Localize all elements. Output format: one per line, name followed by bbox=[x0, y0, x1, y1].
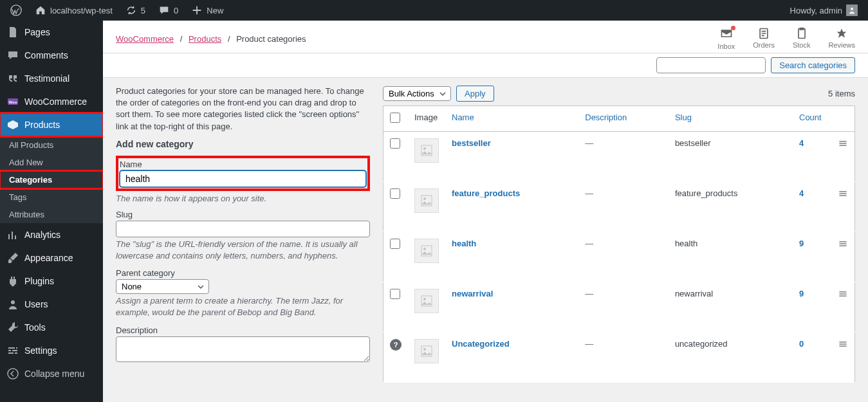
collapse-menu[interactable]: Collapse menu bbox=[0, 362, 103, 385]
col-description[interactable]: Description bbox=[578, 106, 669, 132]
table-row: newarrival—newarrival9 bbox=[383, 282, 855, 333]
category-name-link[interactable]: bestseller bbox=[452, 138, 491, 148]
category-name-link[interactable]: newarrival bbox=[452, 289, 493, 298]
products-submenu: All Products Add New Categories Tags Att… bbox=[0, 136, 103, 223]
updates[interactable]: 5 bbox=[120, 0, 151, 21]
sidebar-item-users[interactable]: Users bbox=[0, 293, 103, 316]
category-count-link[interactable]: 9 bbox=[799, 289, 804, 298]
name-input[interactable] bbox=[120, 170, 366, 187]
help-icon[interactable]: ? bbox=[390, 339, 402, 351]
breadcrumb-products[interactable]: Products bbox=[189, 34, 221, 44]
sidebar-item-appearance[interactable]: Appearance bbox=[0, 246, 103, 270]
slug-input[interactable] bbox=[116, 221, 370, 237]
sidebar-item-testimonial[interactable]: Testimonial bbox=[0, 67, 103, 90]
howdy-text: Howdy, admin bbox=[790, 6, 842, 15]
svg-rect-11 bbox=[839, 141, 846, 142]
parent-select[interactable]: None bbox=[116, 279, 209, 294]
subitem-add-new[interactable]: Add New bbox=[0, 154, 103, 171]
apply-button[interactable]: Apply bbox=[456, 86, 494, 102]
comments[interactable]: 0 bbox=[153, 0, 183, 21]
wrench-icon bbox=[6, 321, 19, 334]
category-name-link[interactable]: Uncategorized bbox=[452, 339, 510, 349]
row-checkbox[interactable] bbox=[390, 289, 400, 299]
row-menu-icon[interactable] bbox=[831, 182, 855, 232]
row-checkbox[interactable] bbox=[390, 138, 400, 149]
table-row: ?Uncategorized—uncategorized0 bbox=[383, 333, 855, 383]
sidebar-item-label: Users bbox=[24, 299, 48, 309]
comments-count: 0 bbox=[174, 6, 178, 15]
category-count-link[interactable]: 9 bbox=[799, 239, 804, 248]
svg-rect-23 bbox=[839, 245, 846, 246]
category-count-link[interactable]: 4 bbox=[799, 138, 804, 148]
items-count: 5 items bbox=[828, 89, 855, 98]
row-menu-icon[interactable] bbox=[831, 282, 855, 333]
bulk-select[interactable]: Bulk Actions bbox=[383, 86, 451, 101]
svg-rect-28 bbox=[839, 295, 846, 297]
plugin-icon bbox=[6, 275, 19, 288]
name-hint: The name is how it appears on your site. bbox=[116, 194, 370, 203]
row-menu-icon[interactable] bbox=[831, 132, 855, 182]
sidebar-item-pages[interactable]: Pages bbox=[0, 21, 103, 44]
site-name[interactable]: localhost/wp-test bbox=[30, 0, 118, 21]
row-menu-icon[interactable] bbox=[831, 333, 855, 383]
topicon-orders[interactable]: Orders bbox=[753, 27, 775, 50]
search-button[interactable]: Search categories bbox=[771, 57, 855, 73]
sidebar-item-settings[interactable]: Settings bbox=[0, 339, 103, 362]
collapse-label: Collapse menu bbox=[24, 369, 84, 379]
category-name-link[interactable]: feature_products bbox=[452, 188, 520, 198]
svg-rect-18 bbox=[839, 195, 846, 196]
category-count-link[interactable]: 0 bbox=[799, 339, 804, 349]
search-input[interactable] bbox=[656, 57, 766, 73]
wp-logo[interactable] bbox=[5, 0, 27, 21]
new-content[interactable]: New bbox=[186, 0, 228, 21]
svg-rect-22 bbox=[839, 243, 846, 244]
sidebar-item-label: Appearance bbox=[24, 253, 73, 263]
row-checkbox[interactable] bbox=[390, 188, 400, 199]
home-icon bbox=[35, 5, 46, 16]
svg-rect-12 bbox=[839, 143, 846, 144]
avatar-icon bbox=[846, 5, 858, 16]
desc-input[interactable] bbox=[116, 336, 370, 362]
topicon-reviews[interactable]: Reviews bbox=[828, 27, 855, 50]
breadcrumb-woocommerce[interactable]: WooCommerce bbox=[116, 34, 174, 44]
my-account[interactable]: Howdy, admin bbox=[785, 0, 863, 21]
topicon-inbox[interactable]: Inbox bbox=[717, 27, 735, 50]
products-icon bbox=[6, 118, 19, 131]
breadcrumb: WooCommerce / Products / Product categor… bbox=[116, 34, 306, 44]
category-count-link[interactable]: 4 bbox=[799, 188, 804, 198]
col-name[interactable]: Name bbox=[445, 106, 578, 132]
svg-point-5 bbox=[8, 369, 18, 379]
subitem-categories[interactable]: Categories bbox=[0, 171, 103, 188]
row-checkbox[interactable] bbox=[390, 239, 400, 249]
subitem-attributes[interactable]: Attributes bbox=[0, 206, 103, 223]
parent-hint: Assign a parent term to create a hierarc… bbox=[116, 295, 370, 318]
sidebar-item-plugins[interactable]: Plugins bbox=[0, 270, 103, 293]
svg-rect-13 bbox=[839, 145, 846, 146]
topicon-label: Stock bbox=[793, 41, 811, 49]
subitem-tags[interactable]: Tags bbox=[0, 188, 103, 206]
quote-icon bbox=[6, 72, 19, 85]
topicon-label: Inbox bbox=[717, 42, 735, 50]
sidebar-item-label: Settings bbox=[24, 345, 57, 356]
intro-text: Product categories for your store can be… bbox=[116, 86, 370, 132]
category-desc: — bbox=[578, 333, 669, 383]
topicon-stock[interactable]: Stock bbox=[793, 27, 811, 50]
sidebar-item-products[interactable]: Products bbox=[0, 113, 103, 136]
sidebar-item-comments[interactable]: Comments bbox=[0, 44, 103, 67]
sidebar-item-analytics[interactable]: Analytics bbox=[0, 223, 103, 246]
sliders-icon bbox=[6, 344, 19, 357]
admin-bar: localhost/wp-test 5 0 New Howdy, admin bbox=[0, 0, 868, 21]
svg-rect-21 bbox=[839, 241, 846, 242]
category-name-link[interactable]: health bbox=[452, 239, 476, 248]
subitem-all-products[interactable]: All Products bbox=[0, 136, 103, 154]
category-slug: newarrival bbox=[669, 282, 793, 333]
topicon-label: Reviews bbox=[828, 41, 855, 49]
col-slug[interactable]: Slug bbox=[669, 106, 793, 132]
row-menu-icon[interactable] bbox=[831, 232, 855, 282]
sidebar-item-label: Analytics bbox=[24, 230, 60, 240]
select-all-checkbox[interactable] bbox=[390, 113, 400, 123]
orders-icon bbox=[757, 27, 770, 40]
sidebar-item-woocommerce[interactable]: Woo WooCommerce bbox=[0, 90, 103, 113]
col-count[interactable]: Count bbox=[793, 106, 831, 132]
sidebar-item-tools[interactable]: Tools bbox=[0, 316, 103, 339]
